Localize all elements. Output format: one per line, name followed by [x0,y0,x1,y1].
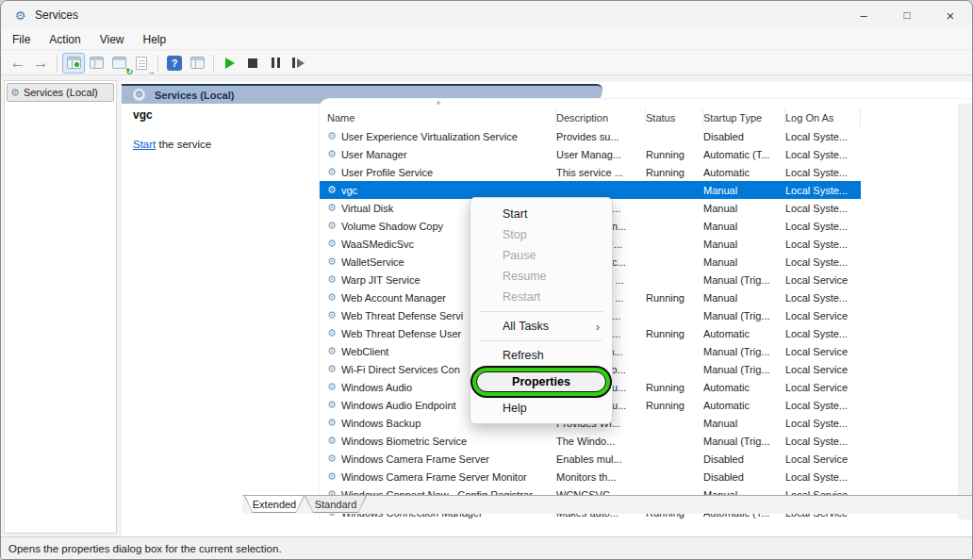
context-menu-separator [480,311,602,312]
stop-service-icon[interactable] [241,53,264,74]
context-menu-item-refresh[interactable]: Refresh [470,345,612,366]
column-header-log-on-as[interactable]: Log On As [785,108,861,127]
services-window: ⚙ Services – □ × File Action View Help ←… [0,0,973,560]
context-menu-item-restart: Restart [470,287,612,307]
status-bar-text: Opens the properties dialog box for the … [8,543,282,554]
table-row[interactable]: ⚙Windows Biometric Service The Windo... … [320,432,861,450]
service-action-suffix: the service [156,139,211,150]
context-menu-item-pause: Pause [470,245,612,266]
service-gear-icon: ⚙ [327,381,337,393]
service-gear-icon: ⚙ [327,220,337,232]
service-gear-icon: ⚙ [327,453,337,465]
service-gear-icon: ⚙ [327,327,337,339]
service-gear-icon: ⚙ [327,291,337,304]
tab-extended-label: Extended [245,496,304,512]
toolbar-separator [213,55,214,72]
service-gear-icon: ⚙ [327,345,337,357]
menu-action[interactable]: Action [40,33,90,46]
context-menu-item-resume: Resume [470,266,612,287]
tree-item-services-local[interactable]: ⚙ Services (Local) [7,83,114,102]
context-menu-item-start[interactable]: Start [470,204,612,224]
context-menu-item-label: Properties [476,371,606,392]
show-properties-window-icon[interactable] [186,53,208,74]
service-gear-icon: ⚙ [327,202,337,214]
services-app-icon: ⚙ [13,8,27,23]
tree-item-label: Services (Local) [24,87,98,98]
title-bar: ⚙ Services – □ × [1,1,972,29]
context-menu: StartStopPauseResumeRestartAll Tasks›Ref… [470,197,613,424]
service-rows: ⚙User Experience Virtualization Service … [320,127,957,519]
table-row[interactable]: ⚙Windows Camera Frame Server Enables mul… [320,450,861,468]
table-row[interactable]: ⚙User Profile Service This service ... R… [320,163,861,181]
start-service-link[interactable]: Start [133,139,156,150]
tab-standard[interactable]: Standard [305,496,367,513]
green-highlight-annotation: Properties [472,368,610,396]
menu-file[interactable]: File [3,33,40,46]
maximize-button[interactable]: □ [885,1,929,29]
column-header-row: Name Description Status Startup Type Log… [320,108,972,127]
tab-extended[interactable]: Extended [244,496,305,513]
context-menu-item-help[interactable]: Help [470,398,612,419]
properties-sheet-icon[interactable] [85,53,107,74]
services-node-icon: ⚙ [10,87,20,99]
view-tab-strip: Extended Standard [242,495,972,514]
service-gear-icon: ⚙ [327,417,337,429]
service-gear-icon: ⚙ [327,238,337,250]
pane-header-icon: ⚙ [133,89,145,101]
toolbar: ← → ↻ → ? [1,51,972,75]
service-gear-icon: ⚙ [327,148,337,160]
restart-service-icon[interactable] [287,53,309,74]
service-gear-icon: ⚙ [327,435,337,447]
toolbar-separator [157,55,158,72]
close-button[interactable]: × [929,1,972,29]
forward-icon[interactable]: → [29,53,52,74]
service-gear-icon: ⚙ [327,166,337,178]
back-icon[interactable]: ← [7,53,29,74]
help-icon[interactable]: ? [163,53,186,74]
service-gear-icon: ⚙ [327,309,337,321]
status-bar: Opens the properties dialog box for the … [1,536,972,559]
pane-header-label: Services (Local) [155,90,234,101]
context-menu-separator [480,340,602,341]
column-header-name[interactable]: Name [320,108,556,127]
context-menu-item-all-tasks[interactable]: All Tasks› [470,316,612,337]
service-gear-icon: ⚙ [327,184,337,196]
context-menu-item-properties[interactable]: Properties [470,366,612,398]
window-title: Services [35,8,78,22]
column-header-startup-type[interactable]: Startup Type [703,108,785,127]
minimize-button[interactable]: – [842,1,885,29]
service-gear-icon: ⚙ [327,470,337,483]
console-tree-panel: ⚙ Services (Local) [4,80,117,534]
export-list-icon[interactable]: → [130,53,153,74]
pause-service-icon[interactable] [264,53,287,74]
menu-help[interactable]: Help [134,33,176,46]
submenu-arrow-icon: › [596,320,600,334]
start-service-icon[interactable] [219,53,241,74]
services-list: ^ Name Description Status Startup Type L… [319,98,972,519]
service-action-text: Start the service [133,139,211,150]
service-gear-icon: ⚙ [327,399,337,411]
refresh-icon[interactable]: ↻ [107,53,130,74]
selected-service-name: vgc [133,108,153,122]
service-gear-icon: ⚙ [327,130,337,142]
column-header-description[interactable]: Description [556,108,646,127]
service-gear-icon: ⚙ [327,273,337,286]
context-menu-item-stop: Stop [470,224,612,245]
menu-view[interactable]: View [91,33,134,46]
table-row[interactable]: ⚙User Experience Virtualization Service … [320,127,861,145]
table-row[interactable]: ⚙Windows Camera Frame Server Monitor Mon… [320,468,861,486]
toolbar-separator [57,55,58,72]
tab-standard-label: Standard [305,496,366,512]
service-gear-icon: ⚙ [327,255,337,268]
service-gear-icon: ⚙ [327,363,337,375]
table-row[interactable]: ⚙User Manager User Manag... Running Auto… [320,145,861,163]
column-header-status[interactable]: Status [646,108,703,127]
menu-bar: File Action View Help [1,29,972,50]
vertical-scrollbar[interactable] [958,104,972,519]
show-console-tree-icon[interactable] [62,53,85,74]
